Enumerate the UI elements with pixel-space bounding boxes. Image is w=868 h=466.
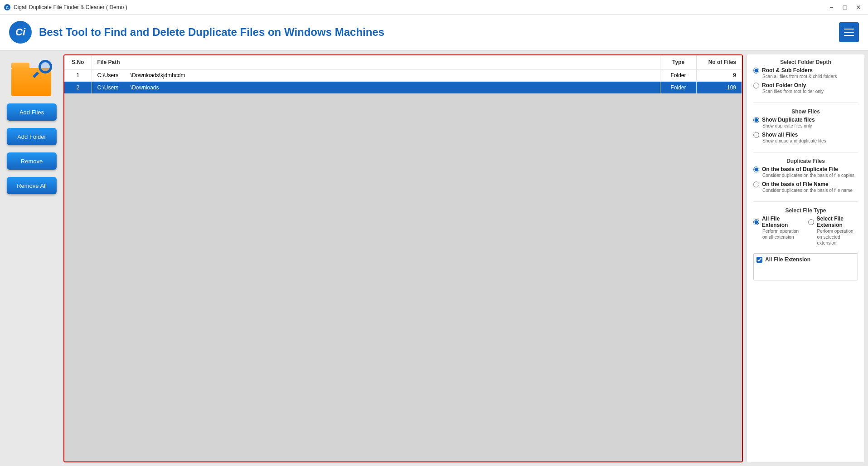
- duplicate-files-title: Duplicate Files: [753, 158, 858, 164]
- root-sub-folders-option: Root & Sub Folders Scan all files from r…: [753, 67, 858, 79]
- file-table-wrapper: S.No File Path Type No of Files 1 C:\Use…: [64, 55, 742, 94]
- show-all-files-radio[interactable]: [753, 132, 759, 138]
- root-folder-only-option: Root Folder Only Scan files from root fo…: [753, 82, 858, 94]
- root-sub-folders-radio[interactable]: [753, 68, 759, 74]
- file-ext-checkbox-label: All File Extension: [765, 256, 810, 263]
- folder-depth-title: Select Folder Depth: [753, 59, 858, 65]
- cell-type: Folder: [660, 82, 697, 94]
- all-file-ext-radio[interactable]: [753, 219, 759, 225]
- file-name-label: On the basis of File Name: [762, 181, 829, 187]
- root-sub-folders-desc: Scan all files from root & child folders: [762, 74, 858, 79]
- root-folder-only-label: Root Folder Only: [762, 82, 806, 88]
- folder-depth-section: Select Folder Depth Root & Sub Folders S…: [753, 59, 858, 97]
- file-table: S.No File Path Type No of Files 1 C:\Use…: [64, 55, 742, 94]
- root-folder-only-radio[interactable]: [753, 83, 759, 88]
- col-file-path: File Path: [92, 55, 660, 69]
- magnifier-icon: [33, 60, 52, 79]
- remove-all-button[interactable]: Remove All: [7, 177, 57, 194]
- add-folder-button[interactable]: Add Folder: [7, 128, 57, 145]
- file-name-desc: Consider duplicates on the basis of file…: [762, 187, 858, 193]
- window-title: Cigati Duplicate File Finder & Cleaner (…: [14, 4, 825, 10]
- logo-text: Ci: [15, 26, 25, 38]
- app-title: Best Tool to Find and Delete Duplicate F…: [39, 26, 839, 39]
- show-duplicate-radio[interactable]: [753, 117, 759, 123]
- col-no-of-files: No of Files: [697, 55, 742, 69]
- hamburger-line-1: [844, 29, 854, 29]
- cell-sno: 2: [64, 82, 92, 94]
- folder-tab: [11, 63, 29, 68]
- all-file-ext-label: All File Extension: [762, 216, 804, 228]
- cell-file-path: C:\Users \Downloads: [92, 82, 660, 94]
- duplicate-file-label: On the basis of Duplicate File: [762, 166, 838, 172]
- app-sidebar-icon: [11, 60, 52, 96]
- app-header: Ci Best Tool to Find and Delete Duplicat…: [0, 15, 868, 51]
- title-bar: C Cigati Duplicate File Finder & Cleaner…: [0, 0, 868, 15]
- cell-no-of-files: 9: [697, 69, 742, 82]
- cell-no-of-files: 109: [697, 82, 742, 94]
- show-all-files-label: Show all Files: [762, 132, 798, 138]
- table-header-row: S.No File Path Type No of Files: [64, 55, 742, 69]
- maximize-button[interactable]: □: [839, 3, 851, 12]
- divider-3: [753, 201, 858, 202]
- right-panel: Select Folder Depth Root & Sub Folders S…: [747, 54, 864, 462]
- show-duplicate-desc: Show duplicate files only: [762, 123, 858, 129]
- file-type-title: Select File Type: [753, 207, 858, 214]
- remove-button[interactable]: Remove: [7, 152, 57, 170]
- sidebar: Add Files Add Folder Remove Remove All: [0, 51, 63, 466]
- select-file-ext-label: Select File Extension: [817, 216, 858, 228]
- duplicate-file-option: On the basis of Duplicate File Consider …: [753, 166, 858, 178]
- all-file-ext-desc: Perform operation on all extension: [762, 228, 804, 240]
- table-row[interactable]: 2 C:\Users \Downloads Folder 109: [64, 82, 742, 94]
- cell-type: Folder: [660, 69, 697, 82]
- file-ext-header: All File Extension: [756, 256, 855, 263]
- divider-1: [753, 103, 858, 103]
- col-sno: S.No: [64, 55, 92, 69]
- table-row[interactable]: 1 C:\Users \Downloads\kjdmbcdm Folder 9: [64, 69, 742, 82]
- select-file-ext-desc: Perform operation on selected extension: [817, 228, 858, 246]
- select-file-ext-option: Select File Extension Perform operation …: [808, 216, 858, 246]
- show-all-files-option: Show all Files Show unique and duplicate…: [753, 132, 858, 144]
- hamburger-line-2: [844, 32, 854, 33]
- minimize-button[interactable]: −: [825, 3, 837, 12]
- app-icon: C: [4, 4, 11, 11]
- cell-sno: 1: [64, 69, 92, 82]
- magnifier-circle: [39, 60, 52, 74]
- magnifier-handle: [33, 72, 39, 78]
- duplicate-file-desc: Consider duplicates on the basis of file…: [762, 172, 858, 178]
- file-ext-section: All File Extension: [753, 253, 858, 280]
- root-folder-only-desc: Scan files from root folder only: [762, 88, 858, 94]
- window-controls: − □ ✕: [825, 3, 864, 12]
- file-name-radio[interactable]: [753, 181, 759, 187]
- main-layout: Add Files Add Folder Remove Remove All S…: [0, 51, 868, 466]
- app-logo: Ci: [9, 21, 32, 44]
- show-files-section: Show Files Show Duplicate files Show dup…: [753, 108, 858, 147]
- menu-button[interactable]: [839, 22, 859, 42]
- cell-file-path: C:\Users \Downloads\kjdmbcdm: [92, 69, 660, 82]
- file-type-section: Select File Type All File Extension Perf…: [753, 207, 858, 249]
- file-ext-checkbox[interactable]: [756, 257, 762, 263]
- show-duplicate-option: Show Duplicate files Show duplicate file…: [753, 117, 858, 129]
- divider-2: [753, 152, 858, 152]
- show-duplicate-label: Show Duplicate files: [762, 117, 815, 123]
- root-sub-folders-label: Root & Sub Folders: [762, 67, 813, 74]
- all-file-ext-option: All File Extension Perform operation on …: [753, 216, 804, 246]
- add-files-button[interactable]: Add Files: [7, 103, 57, 121]
- show-all-files-desc: Show unique and duplicate files: [762, 138, 858, 144]
- duplicate-files-section: Duplicate Files On the basis of Duplicat…: [753, 158, 858, 196]
- col-type: Type: [660, 55, 697, 69]
- show-files-title: Show Files: [753, 108, 858, 115]
- content-area: S.No File Path Type No of Files 1 C:\Use…: [63, 54, 743, 462]
- file-type-options: All File Extension Perform operation on …: [753, 216, 858, 249]
- file-name-option: On the basis of File Name Consider dupli…: [753, 181, 858, 193]
- select-file-ext-radio[interactable]: [808, 219, 814, 225]
- hamburger-line-3: [844, 35, 854, 36]
- svg-text:C: C: [6, 5, 9, 10]
- duplicate-file-radio[interactable]: [753, 167, 759, 172]
- content-body-empty: [64, 94, 742, 461]
- close-button[interactable]: ✕: [853, 3, 864, 12]
